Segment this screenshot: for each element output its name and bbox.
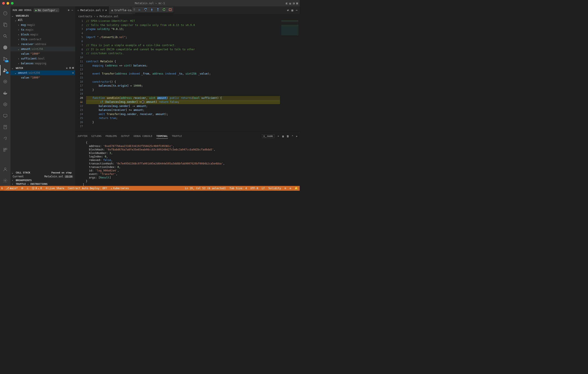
panel-tab-jupyter[interactable]: JUPYTER <box>77 134 87 138</box>
activity-docker-icon[interactable] <box>0 88 10 98</box>
variable-receiver[interactable]: ›receiver: address <box>10 42 75 47</box>
panel-tab-problems[interactable]: PROBLEMS <box>105 134 117 138</box>
activity-explorer-icon[interactable] <box>0 20 10 30</box>
close-panel-icon[interactable]: ✕ <box>296 135 297 138</box>
status-position[interactable]: Ln 20, Col 52 (6 selected) <box>183 187 228 190</box>
status-liveshare[interactable]: ⟲ Live Share <box>44 186 66 191</box>
status-feedback-icon[interactable]: ☺ <box>283 187 288 190</box>
status-graph[interactable]: ⎌ <box>25 186 30 191</box>
code-content[interactable]: // SPDX-License-Identifier: MIT// Tells … <box>86 19 280 132</box>
svg-rect-33 <box>169 9 171 11</box>
collapse-icon[interactable]: ⊟ <box>69 66 71 70</box>
callstack-frame[interactable]: Current MetaCoin.sol 21:29 <box>10 175 75 178</box>
panel-tab-output[interactable]: OUTPUT <box>121 134 130 138</box>
tab-truffle-config[interactable]: ◉ truffle-co… <box>109 6 135 14</box>
status-sync[interactable]: ⟳ <box>20 186 25 191</box>
variables-section-header[interactable]: ⌄ VARIABLES <box>10 14 75 18</box>
step-over-button[interactable] <box>144 8 148 11</box>
terminal[interactable]: { address: '0xe67877b6aa2318E334192f5566… <box>75 140 300 186</box>
panel-tab-truffle[interactable]: TRUFFLE <box>172 134 182 138</box>
more-icon[interactable]: ⋯ <box>72 9 73 11</box>
close-icon[interactable]: ✕ <box>72 71 74 74</box>
restart-button[interactable] <box>162 8 166 11</box>
activity-github-icon[interactable] <box>0 42 10 53</box>
activity-scm-icon[interactable]: 10 <box>0 54 10 64</box>
continue-button[interactable]: ▷ <box>138 8 142 11</box>
remote-indicator[interactable]: ⎘ <box>0 186 4 191</box>
activity-bookmarks-icon[interactable] <box>0 122 10 132</box>
activity-overflow-icon[interactable] <box>0 144 10 155</box>
truffle-instr-section-header[interactable]: › TRUFFLE - INSTRUCTIONS <box>10 182 75 186</box>
more-icon[interactable]: ⋯ <box>296 9 297 12</box>
variable-this[interactable]: ›this: contract <box>10 37 75 42</box>
editor[interactable]: 1234567891011121314151617181920212223242… <box>75 19 300 132</box>
status-deploy[interactable]: Contract Auto Deploy: OFF <box>66 186 109 191</box>
remove-all-icon[interactable]: ⊠ <box>72 66 74 70</box>
activity-liveshare-icon[interactable] <box>0 133 10 144</box>
status-errors[interactable]: ⓧ0 ⚠0 <box>30 186 44 191</box>
debug-config-picker[interactable]: ▶ No Configur ⌄ <box>34 8 59 12</box>
variable-balances[interactable]: ›balances: mapping <box>10 61 75 66</box>
panel-tab-terminal[interactable]: TERMINAL <box>156 134 168 139</box>
grip-icon[interactable]: ⠿ <box>133 8 136 11</box>
activity-debug-icon[interactable]: 1 <box>0 65 10 76</box>
watch-item-amount[interactable]: ⌄ amount: uint256 ✕ <box>10 70 75 75</box>
kill-terminal-icon[interactable]: 🗑 <box>287 135 289 138</box>
split-editor-icon[interactable]: ▥ <box>291 9 293 12</box>
breakpoints-section-header[interactable]: › BREAKPOINTS <box>10 178 75 182</box>
window-close-icon[interactable] <box>2 2 5 5</box>
variables-scope[interactable]: ⌄ All <box>10 18 75 22</box>
status-eol[interactable]: LF <box>260 187 266 190</box>
compare-icon[interactable]: ⇄ <box>287 9 289 12</box>
watch-item-amount-value[interactable]: value: "1000" <box>10 75 75 80</box>
layout-panel-icon[interactable]: ⬓ <box>289 1 291 5</box>
panel-tabs: JUPYTER GITLENS PROBLEMS OUTPUT DEBUG CO… <box>75 132 300 140</box>
status-bell-icon[interactable]: 🔔 <box>293 187 300 190</box>
close-tab-icon[interactable]: ✕ <box>105 9 107 12</box>
activity-truffle-icon[interactable] <box>0 8 10 19</box>
variable-amount[interactable]: ⌄amount: uint256 <box>10 47 75 51</box>
activity-search-icon[interactable] <box>0 31 10 41</box>
window-zoom-icon[interactable] <box>11 2 13 5</box>
add-watch-icon[interactable]: ＋ <box>65 66 68 70</box>
window-minimize-icon[interactable] <box>7 2 9 5</box>
panel-tab-gitlens[interactable]: GITLENS <box>91 134 101 138</box>
tab-metacoin[interactable]: ◆ MetaCoin.sol U ✕ <box>75 6 109 14</box>
variable-sufficient[interactable]: ›sufficient: bool <box>10 56 75 61</box>
maximize-panel-icon[interactable]: ⌃ <box>292 135 293 138</box>
terminal-picker[interactable]: ❯_ node <box>262 134 274 138</box>
watch-section-header[interactable]: ⌄ WATCH ＋ ⊟ ⊠ <box>10 66 75 70</box>
status-language[interactable]: Solidity <box>267 187 283 190</box>
stop-button[interactable] <box>168 8 172 11</box>
step-into-button[interactable] <box>150 8 154 11</box>
panel-tab-debug-console[interactable]: DEBUG CONSOLE <box>134 134 152 138</box>
status-branch[interactable]: ⎇ main* <box>4 186 20 191</box>
layout-customize-icon[interactable]: ▦ <box>296 1 298 5</box>
activity-settings-icon[interactable] <box>0 176 10 186</box>
activity-extensions-icon[interactable] <box>0 76 10 87</box>
gear-icon[interactable]: ⚙ <box>68 9 69 11</box>
activity-account-icon[interactable] <box>0 164 10 175</box>
debug-toolbar[interactable]: ⠿ ▷ <box>132 7 173 12</box>
layout-primary-icon[interactable]: ◧ <box>286 1 288 5</box>
activity-kubernetes-icon[interactable] <box>0 99 10 110</box>
layout-secondary-icon[interactable]: ◨ <box>293 1 294 5</box>
callstack-section-header[interactable]: ⌄ CALL STACK Paused on step <box>10 171 75 175</box>
status-encoding[interactable]: UTF-8 <box>249 187 260 190</box>
status-tabsize[interactable]: Tab Size: 4 <box>228 187 249 190</box>
new-terminal-icon[interactable]: ＋ <box>277 134 280 138</box>
breadcrumb[interactable]: contracts › ◆ MetaCoin.sol <box>75 14 300 19</box>
variable-tx[interactable]: ›tx: magic <box>10 27 75 32</box>
status-prettier-icon[interactable]: ⊘ <box>288 187 293 190</box>
status-kubernetes[interactable]: ⚠ Kubernetes <box>109 186 131 191</box>
step-out-button[interactable] <box>156 8 160 11</box>
split-terminal-icon[interactable]: ▥ <box>282 135 284 138</box>
variable-amount-value[interactable]: value: "1000" <box>10 51 75 56</box>
minimap[interactable] <box>280 19 300 132</box>
breakpoints-title: BREAKPOINTS <box>16 179 32 182</box>
variable-msg[interactable]: ›msg: magic <box>10 22 75 27</box>
breadcrumb-folder[interactable]: contracts <box>78 15 92 18</box>
breadcrumb-file[interactable]: MetaCoin.sol <box>100 15 119 18</box>
variable-block[interactable]: ›block: magic <box>10 32 75 37</box>
activity-remote-icon[interactable] <box>0 110 10 121</box>
